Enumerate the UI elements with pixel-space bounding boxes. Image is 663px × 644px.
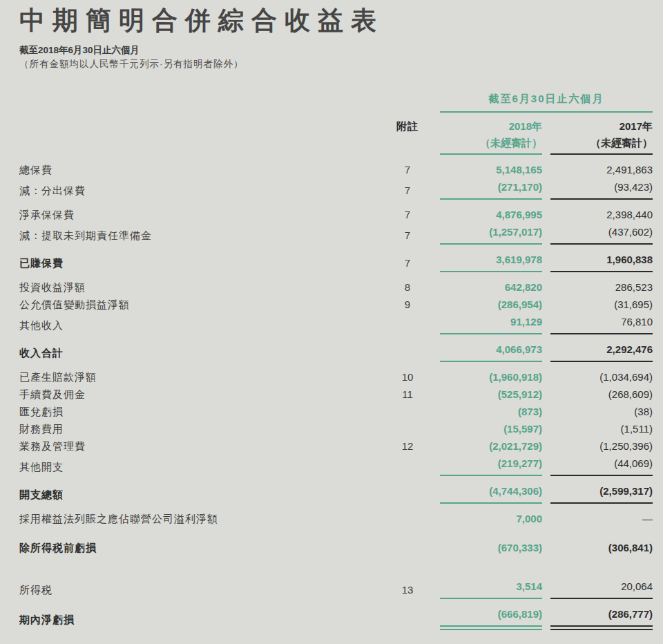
row-note (385, 482, 430, 503)
row-pad (430, 386, 440, 403)
table-row: 總保費75,148,1652,491,863 (19, 161, 653, 178)
row-note: 7 (385, 251, 430, 272)
row-pad (430, 605, 440, 628)
value-2018: 7,000 (440, 510, 542, 527)
col-2018-year-header: 2018年 (440, 112, 542, 133)
value-2017: — (550, 510, 653, 527)
value-2018: (2,021,729) (440, 437, 542, 455)
value-2017: (437,602) (550, 223, 653, 244)
row-note: 8 (385, 278, 430, 296)
row-label: 減：提取未到期責任準備金 (19, 223, 385, 244)
row-label: 總保費 (19, 161, 385, 178)
section-spacer (19, 556, 653, 578)
value-2017: (31,695) (550, 296, 653, 313)
row-gap (542, 178, 550, 199)
row-pad (430, 510, 440, 527)
col-2017-year-header: 2017年 (550, 112, 653, 133)
row-gap (542, 296, 550, 313)
value-2017: (306,841) (550, 539, 653, 556)
row-pad (430, 223, 440, 244)
row-gap (542, 605, 550, 628)
section-spacer (19, 503, 653, 510)
year-header-row: 附註 2018年 2017年 (19, 112, 653, 133)
value-2018: (1,257,017) (440, 223, 542, 244)
row-note: 7 (385, 161, 430, 178)
income-statement-table: 截至6月30日止六個月 附註 2018年 2017年 （未經審計） （未經審計） (19, 91, 653, 630)
row-gap (542, 223, 550, 244)
row-label: 公允價值變動損益淨額 (19, 296, 385, 313)
period-header-row: 截至6月30日止六個月 (19, 91, 653, 112)
row-note (385, 341, 430, 361)
row-gap (542, 341, 550, 361)
value-2018: 5,148,165 (440, 161, 542, 178)
row-note: 9 (385, 296, 430, 313)
row-pad (430, 539, 440, 556)
value-2017: 76,810 (550, 313, 653, 334)
table-row: 已賺保費73,619,9781,960,838 (19, 251, 653, 272)
row-note: 13 (385, 578, 430, 598)
value-2017: (38) (550, 403, 653, 420)
section-spacer (19, 272, 653, 278)
row-label: 淨承保保費 (19, 206, 385, 223)
value-2018: 3,514 (440, 578, 542, 598)
row-note (385, 403, 430, 420)
row-pad (430, 278, 440, 296)
table-row: 已產生賠款淨額10(1,960,918)(1,034,694) (19, 368, 653, 386)
value-2018: (286,954) (440, 296, 542, 313)
row-gap (542, 251, 550, 272)
value-2017: (1,034,694) (550, 368, 653, 386)
row-note (385, 539, 430, 556)
row-gap (542, 313, 550, 334)
value-2018: (1,960,918) (440, 368, 542, 386)
row-pad (430, 437, 440, 455)
section-spacer (19, 527, 653, 539)
row-pad (430, 178, 440, 199)
row-gap (542, 539, 550, 556)
row-gap (542, 510, 550, 527)
value-2017: (268,609) (550, 386, 653, 403)
period-subtitle: 截至2018年6月30日止六個月 (19, 44, 653, 56)
table-row: 手續費及佣金11(525,912)(268,609) (19, 386, 653, 403)
row-pad (430, 482, 440, 503)
row-gap (542, 403, 550, 420)
row-pad (430, 161, 440, 178)
audit-header-row: （未經審計） （未經審計） (19, 133, 653, 154)
row-label: 已產生賠款淨額 (19, 368, 385, 386)
value-2018: (4,744,306) (440, 482, 542, 503)
value-2017: (286,777) (550, 605, 653, 628)
section-spacer (19, 199, 653, 206)
value-2017: 2,491,863 (550, 161, 653, 178)
row-gap (542, 578, 550, 598)
row-label: 其他開支 (19, 455, 385, 475)
row-note (385, 510, 430, 527)
row-pad (430, 368, 440, 386)
row-label: 採用權益法列賬之應佔聯營公司溢利淨額 (19, 510, 385, 527)
section-spacer (19, 475, 653, 482)
currency-note: （所有金額均以人民幣千元列示·另有指明者除外） (19, 58, 653, 70)
row-pad (430, 296, 440, 313)
period-column-header: 截至6月30日止六個月 (440, 91, 653, 112)
row-gap (542, 386, 550, 403)
section-spacer (19, 598, 653, 605)
row-note (385, 605, 430, 628)
table-row: 採用權益法列賬之應佔聯營公司溢利淨額7,000— (19, 510, 653, 527)
value-2017: 20,064 (550, 578, 653, 598)
table-row: 投資收益淨額8642,820286,523 (19, 278, 653, 296)
row-gap (542, 437, 550, 455)
table-row: 業務及管理費12(2,021,729)(1,250,396) (19, 437, 653, 455)
row-gap (542, 206, 550, 223)
row-label: 開支總額 (19, 482, 385, 503)
value-2017: 286,523 (550, 278, 653, 296)
table-row: 期內淨虧損(666,819)(286,777) (19, 605, 653, 628)
row-label: 收入合計 (19, 341, 385, 361)
header-spacer (19, 154, 653, 161)
row-label: 投資收益淨額 (19, 278, 385, 296)
col-2017-audit-label: （未經審計） (550, 133, 653, 154)
row-pad (430, 578, 440, 598)
row-pad (430, 313, 440, 334)
col-2018-audit-label: （未經審計） (440, 133, 542, 154)
value-2018: 3,619,978 (440, 251, 542, 272)
table-row: 收入合計4,066,9732,292,476 (19, 341, 653, 361)
row-label: 業務及管理費 (19, 437, 385, 455)
value-2018: (271,170) (440, 178, 542, 199)
